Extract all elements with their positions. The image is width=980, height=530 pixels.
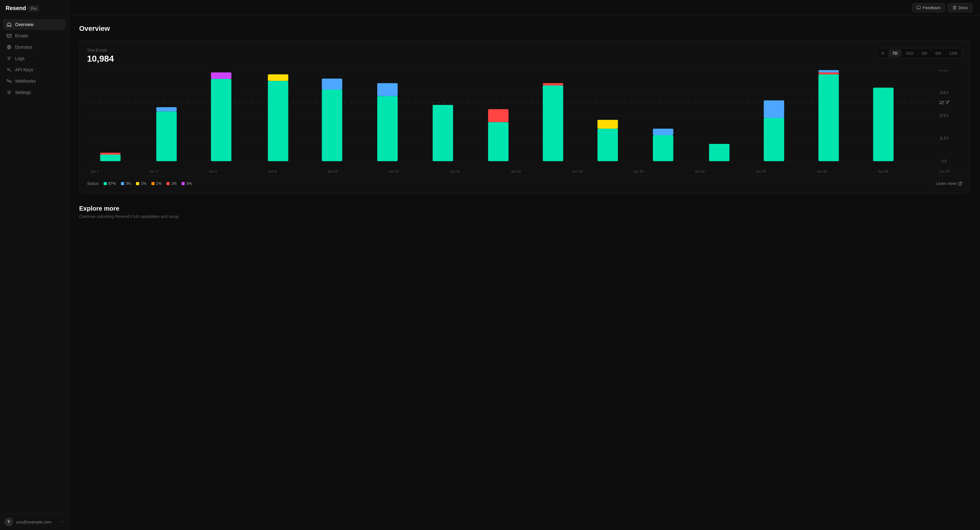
svg-text:30: 30 xyxy=(939,90,948,95)
svg-rect-51 xyxy=(819,70,839,72)
main-content: Feedback Docs Overview Total Emails 10,9… xyxy=(69,0,980,530)
legend-item-purple: 3% xyxy=(181,181,192,186)
filter-6m[interactable]: 6M xyxy=(932,49,945,57)
time-filters: D 7D 30D 3M 6M 12M xyxy=(877,48,962,59)
filter-3m[interactable]: 3M xyxy=(918,49,931,57)
legend-item-blue: 3% xyxy=(121,181,131,186)
sidebar-item-label: API Keys xyxy=(15,67,33,72)
legend-item-green: 87% xyxy=(103,181,116,186)
legend: Status 87% 3% 1% 1% xyxy=(87,181,192,186)
docs-button[interactable]: Docs xyxy=(948,3,972,12)
sidebar-item-label: Overview xyxy=(15,22,33,27)
sidebar-nav: Overview Emails Domains xyxy=(0,17,69,513)
settings-icon xyxy=(6,89,12,95)
svg-rect-52 xyxy=(873,88,894,161)
home-icon xyxy=(6,22,12,27)
external-link-icon xyxy=(958,182,962,185)
filter-30d[interactable]: 30D xyxy=(902,49,917,57)
svg-rect-43 xyxy=(597,120,618,129)
avatar: Y xyxy=(5,517,13,526)
docs-icon xyxy=(952,6,956,10)
legend-color-orange xyxy=(151,182,154,185)
svg-rect-25 xyxy=(100,155,121,161)
svg-rect-49 xyxy=(819,74,839,161)
sidebar-item-overview[interactable]: Overview xyxy=(3,19,66,30)
svg-rect-34 xyxy=(322,78,342,89)
filter-12m[interactable]: 12M xyxy=(945,49,961,57)
sidebar-item-label: Webhooks xyxy=(15,78,36,84)
svg-rect-0 xyxy=(7,34,11,37)
filter-7d[interactable]: 7D xyxy=(889,49,902,57)
x-axis: Jun 1 Jun 4 Jun 6 Jun 8 Jun 10 Jun 12 Ju… xyxy=(87,169,962,173)
list-icon xyxy=(6,56,12,61)
svg-text:10: 10 xyxy=(939,136,948,140)
total-value: 10,984 xyxy=(87,54,114,64)
svg-rect-31 xyxy=(268,81,288,161)
svg-rect-46 xyxy=(709,144,729,161)
mail-icon xyxy=(6,33,12,39)
legend-color-red xyxy=(167,182,170,185)
svg-rect-42 xyxy=(597,129,618,161)
sidebar-item-label: Settings xyxy=(15,90,31,95)
sidebar-item-label: Emails xyxy=(15,34,28,38)
feedback-button[interactable]: Feedback xyxy=(912,3,945,12)
sidebar-item-label: Logs xyxy=(15,56,24,61)
svg-rect-30 xyxy=(211,72,231,79)
explore-section: Explore more Continue unlocking Resend's… xyxy=(79,203,970,219)
svg-rect-26 xyxy=(100,153,121,155)
svg-text:40: 40 xyxy=(939,70,948,72)
svg-rect-33 xyxy=(322,89,342,161)
sidebar-logo: Resend Pro xyxy=(0,0,69,17)
explore-subtitle: Continue unlocking Resend's full capabil… xyxy=(79,214,970,219)
legend-color-blue xyxy=(121,182,124,185)
sidebar: Resend Pro Overview Emails xyxy=(0,0,69,530)
explore-title: Explore more xyxy=(79,205,970,212)
legend-item-orange: 1% xyxy=(151,181,161,186)
svg-rect-48 xyxy=(764,100,784,118)
svg-rect-47 xyxy=(764,118,784,161)
sidebar-item-domains[interactable]: Domains xyxy=(3,42,66,53)
svg-text:27: 27 xyxy=(939,100,950,105)
legend-color-green xyxy=(103,182,107,185)
svg-rect-41 xyxy=(543,83,563,85)
sidebar-item-settings[interactable]: Settings xyxy=(3,87,66,98)
filter-d[interactable]: D xyxy=(878,49,888,57)
key-icon xyxy=(6,67,12,73)
feedback-icon xyxy=(916,6,921,10)
svg-point-6 xyxy=(8,80,10,82)
legend-item-red: 1% xyxy=(167,181,177,186)
svg-point-9 xyxy=(8,92,10,93)
legend-color-purple xyxy=(181,182,185,185)
total-label: Total Emails xyxy=(87,48,114,53)
chart-footer: Status 87% 3% 1% 1% xyxy=(87,176,962,186)
pro-badge: Pro xyxy=(29,6,39,11)
user-email: you@example.com xyxy=(16,520,57,524)
globe-icon xyxy=(6,44,12,50)
svg-text:20: 20 xyxy=(939,113,948,118)
svg-rect-45 xyxy=(653,129,673,135)
svg-text:0: 0 xyxy=(942,159,947,163)
sidebar-item-emails[interactable]: Emails xyxy=(3,30,66,41)
sidebar-item-api-keys[interactable]: API Keys xyxy=(3,64,66,75)
chart-card: Total Emails 10,984 D 7D 30D 3M 6M 12M xyxy=(79,40,970,194)
page-title: Overview xyxy=(79,24,970,33)
svg-rect-38 xyxy=(488,122,509,161)
sidebar-item-webhooks[interactable]: Webhooks xyxy=(3,76,66,86)
svg-rect-27 xyxy=(156,111,177,161)
svg-rect-37 xyxy=(433,105,453,161)
sidebar-user[interactable]: Y you@example.com ··· xyxy=(0,513,69,530)
total-emails-section: Total Emails 10,984 xyxy=(87,48,114,64)
chart-header: Total Emails 10,984 D 7D 30D 3M 6M 12M xyxy=(87,48,962,64)
legend-color-yellow xyxy=(136,182,139,185)
svg-rect-50 xyxy=(819,72,839,74)
ellipsis-icon: ··· xyxy=(60,519,64,525)
brand-name: Resend xyxy=(6,5,26,12)
learn-more-link[interactable]: Learn more xyxy=(936,181,962,186)
svg-rect-44 xyxy=(653,135,673,161)
svg-rect-28 xyxy=(156,107,177,111)
sidebar-item-logs[interactable]: Logs xyxy=(3,53,66,64)
page-content: Overview Total Emails 10,984 D 7D 30D 3M… xyxy=(69,16,980,228)
svg-rect-29 xyxy=(211,79,231,161)
svg-rect-40 xyxy=(543,86,563,161)
sidebar-item-label: Domains xyxy=(15,45,32,49)
